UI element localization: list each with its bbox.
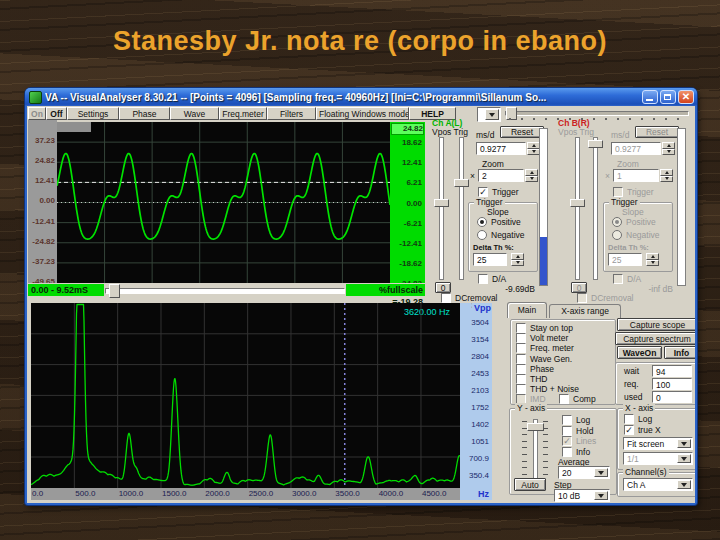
y-axis-hold-checkbox[interactable]	[562, 426, 572, 436]
ch-a-l-trig-slider-thumb[interactable]	[454, 179, 469, 187]
capture-scope-button[interactable]: Capture scope	[617, 318, 695, 331]
fit-dropdown-arrow-icon[interactable]	[677, 439, 691, 448]
info-button[interactable]: Info	[664, 346, 695, 359]
y-axis-lines-label: Lines	[576, 436, 596, 446]
spectrum-x-axis: 0.0500.01000.01500.02000.02500.03000.035…	[31, 488, 460, 500]
scope-left-tick: 37.23	[35, 136, 55, 145]
scope-hscrollbar-thumb[interactable]	[109, 284, 120, 298]
y-axis-info-checkbox[interactable]	[562, 447, 572, 457]
ch-a-l-dcremoval-checkbox[interactable]	[441, 293, 451, 303]
step-dropdown-arrow-icon[interactable]	[594, 491, 608, 500]
menu-wave[interactable]: Wave	[170, 107, 219, 120]
ch-a-l-delta-value[interactable]: 25	[473, 253, 507, 266]
ch-b-r-vpos-slider-thumb[interactable]	[570, 199, 585, 207]
app-window: VA -- VisualAnalyser 8.30.21 -- [Points …	[25, 88, 697, 505]
scope-right-tick: -24.82	[399, 279, 422, 283]
x-axis-log-checkbox[interactable]	[624, 414, 634, 424]
scope-hscrollbar[interactable]	[105, 284, 345, 296]
menu-settings[interactable]: Settings	[67, 107, 119, 120]
option-freq-meter-checkbox[interactable]	[516, 343, 526, 353]
ch-a-l-slope-negative-label: Negative	[491, 230, 525, 240]
minimize-button[interactable]	[642, 90, 658, 104]
used-value: 0	[652, 391, 692, 403]
x-axis-true-x-checkbox[interactable]: ✓	[624, 425, 634, 435]
option-thd-noise-checkbox[interactable]	[516, 384, 526, 394]
option-stay-on-top-label: Stay on top	[530, 323, 573, 333]
ch-b-r-msd-spinner	[662, 142, 675, 155]
menu-phase[interactable]: Phase	[119, 107, 170, 120]
menu-freq-meter[interactable]: Freq.meter	[219, 107, 267, 120]
spectrum-right-tick: 3504	[471, 318, 489, 327]
average-dropdown-arrow-icon[interactable]	[594, 468, 608, 477]
auto-button[interactable]: Auto	[514, 478, 546, 491]
ch-a-l-trigger-checkbox[interactable]: ✓	[478, 187, 488, 197]
window-titlebar[interactable]: VA -- VisualAnalyser 8.30.21 -- [Points …	[25, 88, 697, 106]
ch-a-l-slope-negative-radio[interactable]	[477, 230, 487, 240]
channel-panel-ch-a-l: Ch A(L)Vpos Trigms/dReset0.9277Zoom×2✓Tr…	[430, 118, 550, 302]
channels-legend: Channel(s)	[623, 467, 669, 477]
scope-right-tick: 0.00	[406, 199, 422, 208]
slide-title: Stanesby Jr. nota re (corpo in ebano)	[0, 26, 720, 57]
ch-b-r-slope-positive-radio	[612, 217, 622, 227]
average-select[interactable]: 20	[558, 466, 610, 479]
option-phase-checkbox[interactable]	[516, 364, 526, 374]
scope-time-label: 0.00 - 9.52mS	[28, 284, 104, 296]
option-stay-on-top-checkbox[interactable]	[516, 323, 526, 333]
spectrum-x-tick: 4000.0	[379, 489, 403, 498]
wave-on-button[interactable]: WaveOn	[617, 346, 662, 359]
option-volt-meter-checkbox[interactable]	[516, 333, 526, 343]
scope-left-tick: 0.00	[39, 196, 55, 205]
scope-left-tick: -49.65	[32, 277, 55, 283]
maximize-button[interactable]	[660, 90, 676, 104]
scope-right-tick: 12.41	[402, 158, 422, 167]
wait-label: wait	[624, 366, 639, 376]
ch-a-l-zero-button[interactable]: 0	[435, 282, 451, 293]
scope-left-tick: -24.82	[32, 237, 55, 246]
ch-b-r-trig-slider-thumb[interactable]	[588, 140, 603, 148]
menu-floating-windows-mode[interactable]: Floating Windows mode	[316, 107, 409, 120]
ch-a-l-delta-spinner[interactable]	[511, 253, 524, 266]
ch-a-l-zoom-value[interactable]: 2	[478, 169, 524, 182]
capture-spectrum-button[interactable]: Capture spectrum	[615, 332, 695, 345]
spectrum-right-tick: 1752	[471, 403, 489, 412]
buffer-stats-box: wait 94 req. 100 used 0	[615, 362, 695, 405]
option-thd-checkbox[interactable]	[516, 374, 526, 384]
y-axis-info: Info	[562, 447, 590, 457]
menu-on[interactable]: On	[28, 107, 46, 120]
ch-a-l-reset-button[interactable]: Reset	[500, 126, 544, 138]
ch-b-r-slope-negative-label: Negative	[626, 230, 660, 240]
ch-a-l-msd-label: ms/d	[476, 130, 494, 140]
app-icon	[29, 91, 42, 104]
option-wave-gen--checkbox[interactable]	[516, 354, 526, 364]
y-axis-log-checkbox[interactable]	[562, 415, 572, 425]
ratio-select[interactable]: 1/1	[623, 452, 693, 465]
y-slider-tick	[543, 434, 548, 435]
y-slider-tick	[522, 447, 527, 448]
option-volt-meter: Volt meter	[516, 333, 568, 343]
menu-filters[interactable]: Filters	[267, 107, 316, 120]
fit-screen-select[interactable]: Fit screen	[623, 437, 693, 450]
y-axis-slider-thumb[interactable]	[527, 423, 544, 431]
ratio-value: 1/1	[627, 454, 639, 464]
channel-select[interactable]: Ch A	[623, 478, 693, 491]
ch-a-l-vpos-slider-thumb[interactable]	[434, 199, 449, 207]
tab-main[interactable]: Main	[507, 302, 547, 318]
ch-a-l-zoom-spinner[interactable]	[525, 169, 538, 182]
ch-b-r-trig-slider-track	[593, 137, 598, 280]
close-button[interactable]: ✕	[678, 90, 694, 104]
menu-off[interactable]: Off	[46, 107, 67, 120]
ch-b-r-delta-label: Delta Th %:	[608, 243, 649, 252]
ch-a-l-da-checkbox[interactable]	[478, 274, 488, 284]
spectrum-x-tick: 1500.0	[162, 489, 186, 498]
tab-x-axis-range[interactable]: X-axis range	[549, 304, 621, 318]
ch-a-l-msd-value[interactable]: 0.9277	[476, 142, 526, 155]
ch-a-l-slope-positive-radio[interactable]	[477, 217, 487, 227]
spectrum-right-tick: 2103	[471, 386, 489, 395]
channel-dropdown-arrow-icon[interactable]	[677, 480, 691, 489]
option-comp-checkbox[interactable]	[559, 394, 569, 404]
spectrum-right-tick: 700.9	[469, 454, 489, 463]
y-axis-slider[interactable]	[520, 417, 550, 479]
scope-right-tick: -6.21	[404, 219, 422, 228]
ch-b-r-da: D/A	[613, 274, 641, 284]
step-select[interactable]: 10 dB	[554, 489, 610, 502]
